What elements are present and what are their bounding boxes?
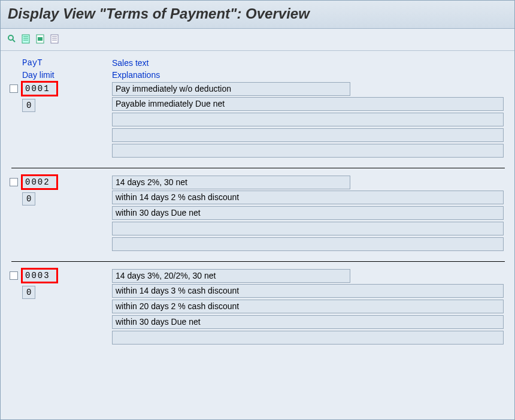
explain-field[interactable] xyxy=(112,113,504,126)
title-bar: Display View "Terms of Payment": Overvie… xyxy=(1,1,514,29)
table-row: 0003 0 14 days 3%, 20/2%, 30 net within … xyxy=(5,269,510,346)
page-title: Display View "Terms of Payment": Overvie… xyxy=(8,5,310,22)
separator xyxy=(11,261,505,262)
explain-field[interactable]: Payable immediately Due net xyxy=(112,97,504,111)
header-salestext: Sales text xyxy=(112,58,501,68)
table-row: 0001 0 Pay immediately w/o deduction Pay… xyxy=(5,82,510,159)
explain-field[interactable]: within 30 days Due net xyxy=(112,206,504,220)
row-checkbox[interactable] xyxy=(10,84,18,93)
column-headers: PayT Day limit Sales text Explanations xyxy=(5,58,510,82)
payt-code[interactable]: 0002 xyxy=(22,176,57,189)
daylimit-value[interactable]: 0 xyxy=(22,286,35,299)
explain-field[interactable]: within 20 days 2 % cash discount xyxy=(112,300,504,313)
explain-field[interactable]: within 30 days Due net xyxy=(112,315,504,329)
detail-icon[interactable] xyxy=(5,32,19,46)
svg-rect-3 xyxy=(22,35,29,43)
toolbar xyxy=(1,29,514,51)
content-area: PayT Day limit Sales text Explanations 0… xyxy=(1,51,514,346)
daylimit-value[interactable]: 0 xyxy=(22,192,35,206)
explain-field[interactable] xyxy=(112,144,504,158)
separator xyxy=(11,168,505,168)
salestext-field[interactable]: 14 days 3%, 20/2%, 30 net xyxy=(112,269,350,283)
explain-field[interactable]: within 14 days 3 % cash discount xyxy=(112,284,504,298)
header-explanations: Explanations xyxy=(112,70,501,80)
svg-rect-5 xyxy=(38,37,43,41)
svg-rect-6 xyxy=(51,35,58,43)
select-block-icon[interactable] xyxy=(34,32,47,46)
header-payt: PayT xyxy=(22,58,112,68)
explain-field[interactable]: within 14 days 2 % cash discount xyxy=(112,191,504,204)
select-all-icon[interactable] xyxy=(20,32,33,46)
payt-code[interactable]: 0001 xyxy=(22,82,57,95)
svg-line-1 xyxy=(13,40,15,42)
explain-field[interactable] xyxy=(112,222,504,235)
salestext-field[interactable]: Pay immediately w/o deduction xyxy=(112,82,350,96)
daylimit-value[interactable]: 0 xyxy=(22,99,35,112)
explain-field[interactable] xyxy=(112,237,504,251)
payt-code[interactable]: 0003 xyxy=(22,269,57,282)
explain-field[interactable] xyxy=(112,331,504,345)
header-daylimit: Day limit xyxy=(22,70,112,80)
table-row: 0002 0 14 days 2%, 30 net within 14 days… xyxy=(5,176,510,253)
deselect-all-icon[interactable] xyxy=(49,32,62,46)
salestext-field[interactable]: 14 days 2%, 30 net xyxy=(112,176,350,189)
explain-field[interactable] xyxy=(112,128,504,142)
row-checkbox[interactable] xyxy=(10,178,18,186)
row-checkbox[interactable] xyxy=(10,271,18,280)
svg-point-0 xyxy=(8,35,13,40)
